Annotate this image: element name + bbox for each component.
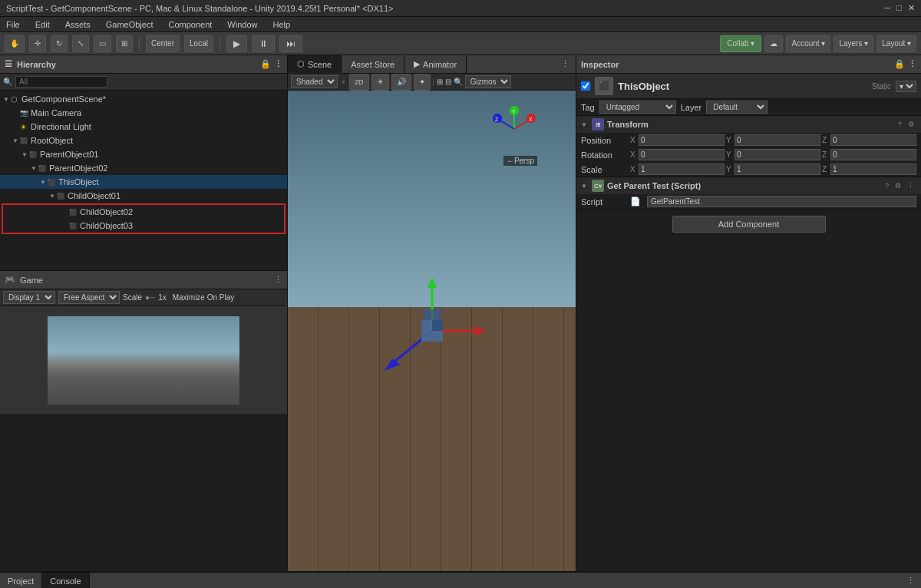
scale-y-input[interactable] — [734, 164, 820, 175]
rotation-z-input[interactable] — [830, 149, 916, 160]
console-more[interactable]: ⋮ — [906, 576, 921, 586]
rotation-x-field: X — [630, 149, 725, 160]
2d-button[interactable]: 2D — [349, 74, 369, 91]
tab-console[interactable]: Console — [42, 573, 89, 589]
close-btn[interactable]: ✕ — [908, 3, 915, 13]
object-header: ⬛ ThisObject Static ▾ — [576, 74, 921, 99]
inspector-lock[interactable]: 🔒 — [894, 59, 905, 69]
play-button[interactable]: ▶ — [226, 35, 247, 52]
layers-button[interactable]: Layers ▾ — [834, 35, 873, 52]
scene-expand — [3, 95, 11, 103]
script-header[interactable]: C# Get Parent Test (Script) ? ⚙ ⋮ — [576, 177, 921, 194]
title-text: ScriptTest - GetComponentScene - PC, Mac… — [6, 4, 393, 13]
menu-gameobject[interactable]: GameObject — [103, 20, 157, 29]
rect-tool[interactable]: ▭ — [94, 35, 111, 52]
gizmos-select[interactable]: Gizmos — [465, 75, 511, 88]
hier-this-object[interactable]: ⬛ ThisObject — [0, 175, 287, 189]
local-btn[interactable]: Local — [184, 35, 213, 52]
game-title: Game — [20, 276, 43, 285]
rotation-y-field: Y — [726, 149, 820, 160]
orientation-gizmo[interactable]: X Y Z — [491, 106, 537, 152]
hier-dir-light[interactable]: ☀ Directional Light — [0, 120, 287, 134]
scale-tool[interactable]: ⤡ — [72, 35, 89, 52]
parent01-expand — [21, 150, 29, 158]
tab-asset-store[interactable]: Asset Store — [342, 55, 404, 74]
scene-viewport[interactable]: X Y Z ←Persp — [288, 91, 576, 571]
child03-icon: ⬛ — [69, 223, 80, 230]
menu-component[interactable]: Component — [165, 20, 215, 29]
hierarchy-more-icon[interactable]: ⋮ — [274, 59, 282, 69]
position-x-input[interactable] — [639, 134, 725, 146]
rotation-y-input[interactable] — [734, 149, 820, 160]
hier-parent02[interactable]: ⬛ ParentObject02 — [0, 161, 287, 175]
shading-select[interactable]: Shaded — [291, 75, 338, 88]
object-active-checkbox[interactable] — [581, 81, 590, 91]
transform-help[interactable]: ? — [896, 120, 904, 129]
layer-select[interactable]: Default — [706, 101, 768, 114]
inspector-more[interactable]: ⋮ — [908, 59, 916, 69]
rotation-x-input[interactable] — [639, 149, 725, 160]
display-select[interactable]: Display 1 — [3, 291, 55, 304]
scene-tabs: ⬡ Scene Asset Store ▶ Animator ⋮ — [288, 55, 576, 74]
static-label: Static — [872, 82, 891, 91]
position-y-label: Y — [726, 136, 734, 144]
game-more[interactable]: ⋮ — [274, 275, 282, 285]
tab-project[interactable]: Project — [0, 573, 42, 589]
add-component-button[interactable]: Add Component — [672, 216, 826, 233]
hier-parent01[interactable]: ⬛ ParentObject01 — [0, 147, 287, 161]
static-dropdown[interactable]: ▾ — [896, 81, 916, 92]
collab-button[interactable]: Collab ▾ — [720, 35, 761, 52]
persp-label[interactable]: ←Persp — [503, 156, 537, 166]
menu-file[interactable]: File — [3, 20, 23, 29]
scale-x-input[interactable] — [639, 164, 725, 175]
maximize-label: Maximize On Play — [173, 293, 235, 302]
maximize-btn[interactable]: □ — [896, 3, 902, 13]
cloud-button[interactable]: ☁ — [764, 35, 783, 52]
script-remove[interactable]: ⋮ — [905, 181, 916, 190]
account-button[interactable]: Account ▾ — [786, 35, 830, 52]
scene-audio-btn[interactable]: 🔊 — [391, 74, 411, 91]
scene-light-btn[interactable]: ☀ — [371, 74, 389, 91]
script-settings[interactable]: ⚙ — [893, 181, 903, 190]
script-field-value[interactable] — [647, 196, 916, 207]
minimize-btn[interactable]: ─ — [885, 3, 891, 13]
move-tool[interactable]: ✛ — [29, 35, 46, 52]
scene-more[interactable]: ⋮ — [561, 59, 576, 69]
hier-root-object[interactable]: ⬛ RootObject — [0, 134, 287, 147]
step-button[interactable]: ⏭ — [279, 35, 302, 52]
hier-child01[interactable]: ⬛ ChildObject01 — [0, 189, 287, 203]
transform-tool[interactable]: ⊞ — [116, 35, 133, 52]
menu-help[interactable]: Help — [269, 20, 293, 29]
hier-child03[interactable]: ⬛ ChildObject03 — [3, 219, 284, 233]
transform-header[interactable]: ⊞ Transform ? ⚙ — [576, 116, 921, 133]
scale-z-input[interactable] — [830, 164, 916, 175]
hierarchy-search-input[interactable] — [15, 76, 107, 88]
rotation-z-label: Z — [822, 150, 830, 159]
tag-select[interactable]: Untagged — [599, 101, 676, 114]
tab-scene[interactable]: ⬡ Scene — [288, 55, 342, 74]
scene-effects-btn[interactable]: ✦ — [414, 74, 431, 91]
transform-settings[interactable]: ⚙ — [906, 120, 916, 129]
scale-label-insp: Scale — [581, 165, 627, 174]
hier-scene[interactable]: ⬡ GetComponentScene* — [0, 92, 287, 106]
svg-text:Z: Z — [495, 117, 499, 122]
pause-button[interactable]: ⏸ — [252, 35, 275, 52]
script-help[interactable]: ? — [883, 181, 891, 190]
hier-child02[interactable]: ⬛ ChildObject02 — [3, 205, 284, 219]
hand-tool[interactable]: ✋ — [5, 35, 25, 52]
tab-animator[interactable]: ▶ Animator — [404, 55, 467, 74]
menu-edit[interactable]: Edit — [32, 20, 53, 29]
aspect-select[interactable]: Free Aspect — [58, 291, 120, 304]
layout-button[interactable]: Layout ▾ — [876, 35, 916, 52]
hierarchy-content: ⬡ GetComponentScene* 📷 Main Camera ☀ Dir… — [0, 91, 287, 270]
center-btn[interactable]: Center — [146, 35, 180, 52]
position-x-field: X — [630, 134, 725, 146]
child02-label: ChildObject02 — [80, 207, 133, 216]
position-z-input[interactable] — [830, 134, 916, 146]
position-y-input[interactable] — [734, 134, 820, 146]
menu-assets[interactable]: Assets — [62, 20, 94, 29]
rotate-tool[interactable]: ↻ — [51, 35, 68, 52]
this-expand — [40, 178, 48, 186]
hier-main-camera[interactable]: 📷 Main Camera — [0, 106, 287, 120]
menu-window[interactable]: Window — [224, 20, 260, 29]
